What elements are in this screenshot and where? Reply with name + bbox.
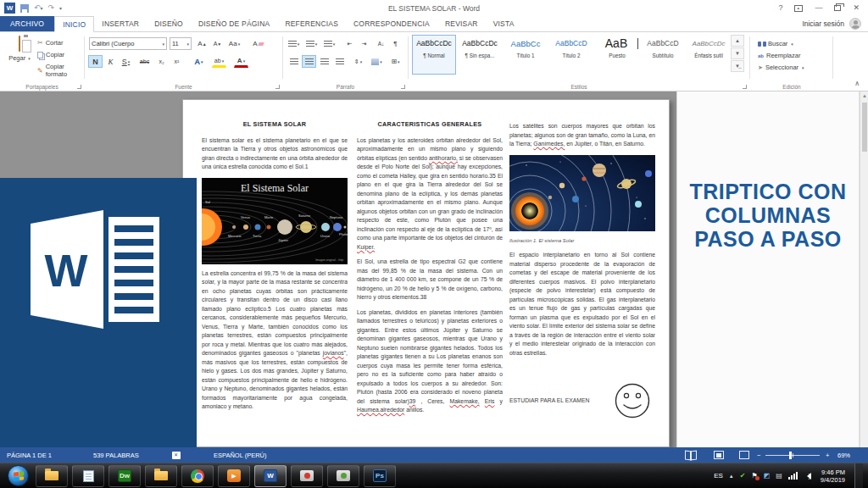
doc-paragraph[interactable]: El sistema solar es el sistema planetari… bbox=[202, 136, 348, 172]
text-effects-button[interactable]: A▾ bbox=[192, 55, 206, 68]
read-mode-button[interactable] bbox=[685, 451, 697, 459]
tab-insertar[interactable]: INSERTAR bbox=[94, 16, 147, 31]
ribbon-display-options-icon[interactable] bbox=[794, 5, 803, 12]
zoom-out-icon[interactable]: − bbox=[757, 452, 760, 459]
redo-icon[interactable]: ↷ bbox=[48, 4, 55, 12]
tab-referencias[interactable]: REFERENCIAS bbox=[277, 16, 346, 31]
numbering-button[interactable]: ▾ bbox=[304, 37, 319, 50]
solar-system-image-1[interactable]: El Sistema Solar Sol bbox=[202, 178, 348, 264]
taskbar-word-active[interactable]: W bbox=[254, 465, 287, 487]
style-heading1[interactable]: AaBbCcTítulo 1 bbox=[504, 35, 548, 75]
style-no-spacing[interactable]: AaBbCcDc¶ Sin espa... bbox=[458, 35, 502, 75]
taskbar-capture-green[interactable] bbox=[327, 465, 359, 487]
zoom-slider[interactable] bbox=[765, 455, 820, 456]
style-subtitle[interactable]: AaBbCcDSubtítulo bbox=[641, 35, 685, 75]
style-title[interactable]: AaBPuesto bbox=[595, 35, 639, 75]
clipboard-dialog-launcher-icon[interactable] bbox=[77, 85, 81, 89]
undo-icon[interactable]: ↶▾ bbox=[34, 4, 43, 12]
clear-formatting-button[interactable]: A bbox=[251, 37, 265, 50]
save-icon[interactable] bbox=[20, 4, 29, 13]
tab-diseno-de-pagina[interactable]: DISEÑO DE PÁGINA bbox=[191, 16, 277, 31]
zoom-in-icon[interactable]: + bbox=[826, 452, 829, 459]
styles-scroll-up-icon[interactable]: ▲ bbox=[731, 35, 744, 47]
taskbar-media-player[interactable]: ▶ bbox=[218, 465, 250, 487]
taskbar-chrome[interactable] bbox=[181, 465, 214, 487]
copy-button[interactable]: Copiar bbox=[37, 51, 64, 58]
replace-button[interactable]: abReemplazar bbox=[758, 52, 800, 59]
close-icon[interactable]: ✕ bbox=[853, 4, 860, 12]
sort-button[interactable]: A↓ bbox=[374, 37, 388, 50]
customize-qat-icon[interactable]: ▾ bbox=[59, 5, 62, 11]
language-status[interactable]: ESPAÑOL (PERÚ) bbox=[214, 452, 267, 459]
tray-clock[interactable]: 9:46 PM 9/4/2019 bbox=[817, 469, 849, 484]
start-button[interactable] bbox=[8, 465, 29, 486]
justify-button[interactable] bbox=[332, 55, 347, 68]
style-subtle-emphasis[interactable]: AaBbCcDcÉnfasis sutil bbox=[687, 35, 731, 75]
minimize-icon[interactable]: — bbox=[815, 4, 822, 12]
font-size-combo[interactable]: 11▾ bbox=[170, 37, 192, 50]
tab-correspondencia[interactable]: CORRESPONDENCIA bbox=[346, 16, 437, 31]
decrease-indent-button[interactable]: ⇤ bbox=[342, 37, 357, 50]
user-avatar-icon[interactable] bbox=[849, 18, 861, 30]
sign-in[interactable]: Iniciar sesión bbox=[802, 16, 868, 31]
font-dialog-launcher-icon[interactable] bbox=[275, 85, 280, 89]
align-left-button[interactable] bbox=[287, 55, 301, 68]
subscript-button[interactable]: x₂ bbox=[154, 55, 169, 68]
highlight-color-button[interactable]: ab▾ bbox=[212, 55, 226, 68]
doc-paragraph[interactable]: El espacio interplanetario en torno al S… bbox=[509, 251, 655, 358]
doc-heading-2[interactable]: CARACTERISTICAS GENERALES bbox=[357, 120, 503, 130]
tab-diseno[interactable]: DISEÑO bbox=[147, 16, 191, 31]
multilevel-list-button[interactable]: ▾ bbox=[322, 37, 337, 50]
align-right-button[interactable] bbox=[317, 55, 331, 68]
tray-language[interactable]: ES bbox=[714, 472, 723, 480]
doc-heading-1[interactable]: EL SISTEMA SOLAR bbox=[202, 120, 348, 130]
align-center-button[interactable] bbox=[302, 55, 316, 68]
change-case-button[interactable]: Aa▾ bbox=[227, 37, 242, 50]
word-app-icon[interactable]: W bbox=[4, 3, 15, 14]
superscript-button[interactable]: x² bbox=[170, 55, 184, 68]
tray-action-center-icon[interactable]: ⚑ bbox=[752, 473, 758, 480]
doc-paragraph[interactable]: El Sol, una estrella de tipo espectral G… bbox=[357, 258, 503, 302]
print-layout-button[interactable] bbox=[714, 451, 724, 459]
styles-dialog-launcher-icon[interactable] bbox=[743, 85, 747, 89]
web-layout-button[interactable] bbox=[739, 451, 749, 459]
vertical-scrollbar[interactable]: ▲ bbox=[860, 92, 868, 447]
taskbar-capture-red[interactable] bbox=[291, 465, 323, 487]
borders-button[interactable]: ⊞▾ bbox=[388, 55, 403, 68]
tab-vista[interactable]: VISTA bbox=[486, 16, 522, 31]
document-page[interactable]: EL SISTEMA SOLAR El sistema solar es el … bbox=[182, 99, 670, 447]
proofing-errors-icon[interactable] bbox=[172, 452, 181, 459]
find-button[interactable]: Buscar▾ bbox=[758, 40, 793, 47]
styles-more-icon[interactable]: ▼̲ bbox=[731, 60, 744, 72]
solar-system-image-2[interactable] bbox=[509, 155, 655, 231]
network-signal-icon[interactable] bbox=[788, 472, 798, 480]
tray-expand-icon[interactable]: ▲ bbox=[729, 474, 734, 479]
tab-inicio[interactable]: INICIO bbox=[54, 16, 94, 32]
doc-paragraph[interactable]: Los satélites son cuerpos mayores que or… bbox=[509, 122, 655, 149]
italic-button[interactable]: K bbox=[103, 55, 118, 68]
restore-icon[interactable] bbox=[834, 5, 841, 11]
select-button[interactable]: ➤Seleccionar▾ bbox=[758, 64, 804, 71]
paragraph-dialog-launcher-icon[interactable] bbox=[401, 85, 405, 89]
font-color-button[interactable]: A▾ bbox=[234, 55, 248, 68]
taskbar-photoshop[interactable]: Ps bbox=[364, 465, 396, 487]
zoom-slider-thumb[interactable] bbox=[789, 452, 792, 459]
tab-revisar[interactable]: REVISAR bbox=[437, 16, 486, 31]
line-spacing-button[interactable]: ⇕▾ bbox=[351, 55, 365, 68]
underline-button[interactable]: S▾ bbox=[119, 55, 133, 68]
tray-clipboard-icon[interactable]: ▤ bbox=[776, 473, 782, 480]
tray-users-icon[interactable]: ◩ bbox=[764, 473, 771, 480]
tab-archivo[interactable]: ARCHIVO bbox=[0, 16, 54, 31]
help-icon[interactable]: ? bbox=[778, 4, 782, 12]
style-normal[interactable]: AaBbCcDc¶ Normal bbox=[412, 35, 456, 75]
font-family-combo[interactable]: Calibri (Cuerpo▾ bbox=[89, 37, 167, 50]
bullets-button[interactable]: ▾ bbox=[287, 37, 301, 50]
paste-button[interactable]: Pegar ▾ bbox=[5, 36, 34, 62]
show-hide-pilcrow-button[interactable]: ¶ bbox=[388, 37, 403, 50]
doc-paragraph[interactable]: Los planetas, divididos en planetas inte… bbox=[357, 308, 503, 415]
format-painter-button[interactable]: ✎Copiar formato bbox=[37, 63, 84, 78]
volume-icon[interactable] bbox=[804, 473, 811, 480]
styles-scroll-down-icon[interactable]: ▼ bbox=[731, 47, 744, 59]
doc-paragraph[interactable]: La estrella concentra el 99,75 % de la m… bbox=[202, 269, 348, 412]
collapse-ribbon-icon[interactable]: ∧ bbox=[854, 80, 860, 87]
